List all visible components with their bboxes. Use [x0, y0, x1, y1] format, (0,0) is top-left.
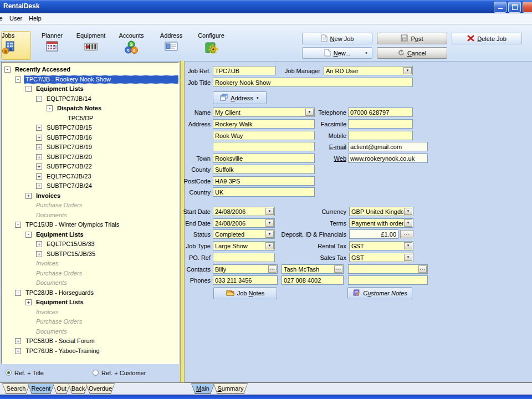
tab-recent[interactable]: Recent	[28, 383, 54, 394]
expand-icon[interactable]: +	[15, 338, 21, 344]
nav-configure[interactable]: Configure	[193, 32, 229, 59]
tree-item[interactable]: +TPC76/JB - Yaboo-Training	[2, 346, 178, 356]
collapse-icon[interactable]: -	[15, 290, 21, 296]
contact-2-ellipsis-button[interactable]: ...	[334, 265, 342, 273]
contact-2-field[interactable]: Tash McTash ...	[282, 264, 344, 274]
tree-item[interactable]: +EQLTPC15/JB/33	[2, 239, 178, 249]
tree-item[interactable]: -TPC7/JB - Rookery Nook Show	[2, 75, 178, 85]
collapse-icon[interactable]: -	[47, 105, 53, 111]
tree-item[interactable]: -Equipment Lists	[2, 230, 178, 240]
nav-address[interactable]: Address	[154, 32, 189, 59]
expand-icon[interactable]: +	[36, 183, 42, 189]
facsimile-field[interactable]	[348, 119, 413, 129]
tab-overdue[interactable]: Overdue	[86, 383, 115, 394]
expand-icon[interactable]: +	[36, 173, 42, 180]
tree-item[interactable]: -TPC15/JB - Winter Olympics Trials	[2, 220, 178, 230]
tree-item[interactable]: Invoices	[2, 308, 178, 318]
deposit-field[interactable]	[349, 229, 398, 239]
nav-planner[interactable]: Planner	[34, 32, 70, 59]
expand-icon[interactable]: +	[25, 193, 32, 199]
tree-item[interactable]: Documents	[2, 327, 178, 337]
collapse-icon[interactable]: -	[25, 232, 32, 238]
phone-1-field[interactable]	[213, 275, 278, 285]
collapse-icon[interactable]: -	[4, 66, 11, 73]
currency-select[interactable]: GBP United Kingdon ▼	[349, 207, 413, 216]
cancel-button[interactable]: Cancel	[377, 47, 447, 59]
expand-icon[interactable]: +	[36, 251, 42, 257]
job-title-field[interactable]	[213, 78, 413, 87]
county-field[interactable]	[213, 165, 315, 174]
start-date-select[interactable]: 24/08/2006 ▼	[213, 207, 275, 216]
tree-item[interactable]: +SUBTPC7/JB/16	[2, 133, 178, 143]
maximize-button[interactable]	[508, 2, 521, 13]
phone-2-field[interactable]	[282, 275, 344, 285]
tree-item[interactable]: +SUBTPC7/JB/20	[2, 152, 178, 162]
close-button[interactable]	[523, 2, 532, 13]
sales-tax-select[interactable]: GST ▼	[349, 253, 413, 262]
address-menu-button[interactable]: Address ▼	[213, 91, 267, 104]
tree-item[interactable]: +SUBTPC7/JB/19	[2, 142, 178, 152]
terms-select[interactable]: Payment with order ▼	[349, 218, 413, 228]
email-field[interactable]	[348, 142, 428, 151]
phone-3-field[interactable]	[348, 275, 428, 285]
tree-item[interactable]: Documents	[2, 211, 178, 221]
job-notes-button[interactable]: Job Notes	[213, 287, 277, 299]
expand-icon[interactable]: +	[15, 348, 21, 354]
web-field[interactable]	[348, 154, 428, 163]
expand-icon[interactable]: +	[36, 241, 42, 247]
menu-help[interactable]: Help	[25, 13, 45, 24]
postcode-field[interactable]	[213, 176, 315, 186]
tree-item[interactable]: +SUBTPC7/JB/15	[2, 123, 178, 133]
post-button[interactable]: Post	[377, 33, 447, 44]
contact-1-ellipsis-button[interactable]: ...	[268, 265, 277, 273]
contact-3-ellipsis-button[interactable]: ...	[418, 265, 427, 273]
expand-icon[interactable]: +	[25, 299, 32, 305]
new-job-button[interactable]: New Job	[302, 33, 372, 44]
expand-icon[interactable]: +	[36, 144, 42, 150]
customer-notes-button[interactable]: Customer Notes	[347, 287, 412, 299]
tree-item[interactable]: Purchase Orders	[2, 201, 178, 211]
ref-title-radio[interactable]	[6, 370, 12, 376]
chevron-down-icon[interactable]: ▼	[404, 254, 412, 261]
rental-tax-select[interactable]: GST ▼	[349, 241, 413, 250]
tab-summary[interactable]: Summary	[213, 383, 248, 394]
tree-item[interactable]: +SUBTPC7/JB/22	[2, 162, 178, 172]
nav-accounts[interactable]: Accounts $ € £	[114, 32, 149, 59]
collapse-icon[interactable]: -	[15, 76, 21, 83]
tree-item[interactable]: Invoices	[2, 259, 178, 269]
tree-view[interactable]: -Recently Accessed-TPC7/JB - Rookery Noo…	[1, 62, 179, 364]
collapse-icon[interactable]: -	[15, 222, 21, 228]
tree-item[interactable]: Purchase Orders	[2, 269, 178, 279]
expand-icon[interactable]: +	[36, 154, 42, 160]
job-type-select[interactable]: Large Show ▼	[213, 241, 275, 250]
expand-icon[interactable]: +	[36, 163, 42, 170]
telephone-field[interactable]	[348, 108, 413, 117]
status-select[interactable]: Completed ▼	[213, 229, 275, 239]
tree-item[interactable]: TPC5/DP	[2, 114, 178, 124]
po-ref-field[interactable]	[213, 253, 275, 262]
collapse-icon[interactable]: -	[36, 96, 42, 102]
tab-search[interactable]: Search	[2, 383, 30, 394]
ref-customer-radio[interactable]	[93, 370, 99, 376]
tree-item[interactable]: -TPC28/JB - Horseguards	[2, 288, 178, 298]
tree-item[interactable]: +SUBTPC7/JB/24	[2, 181, 178, 191]
new-menu-button[interactable]: New... ▼	[302, 47, 372, 59]
chevron-down-icon[interactable]: ▼	[404, 242, 412, 249]
chevron-down-icon[interactable]: ▼	[403, 67, 412, 74]
tree-item[interactable]: -Dispatch Notes	[2, 104, 178, 114]
tree-item[interactable]: -EQLTPC7/JB/14	[2, 94, 178, 104]
menu-file[interactable]: File	[0, 13, 6, 24]
chevron-down-icon[interactable]: ▼	[404, 219, 412, 227]
end-date-select[interactable]: 24/08/2006 ▼	[213, 218, 275, 228]
collapse-icon[interactable]: -	[25, 86, 32, 92]
email-label[interactable]: E-mail	[272, 143, 346, 151]
tree-item[interactable]: +Invoices	[2, 191, 178, 201]
menu-user[interactable]: User	[6, 13, 25, 24]
job-ref-field[interactable]	[213, 66, 276, 75]
tree-item[interactable]: +EQLTPC7/JB/23	[2, 172, 178, 182]
job-manager-select[interactable]: An RD User ▼	[324, 66, 413, 75]
deposit-ellipsis-button[interactable]: ...	[400, 230, 413, 238]
tab-main[interactable]: Main	[191, 383, 214, 394]
expand-icon[interactable]: +	[36, 125, 42, 131]
contact-1-field[interactable]: Billy ...	[213, 264, 278, 274]
